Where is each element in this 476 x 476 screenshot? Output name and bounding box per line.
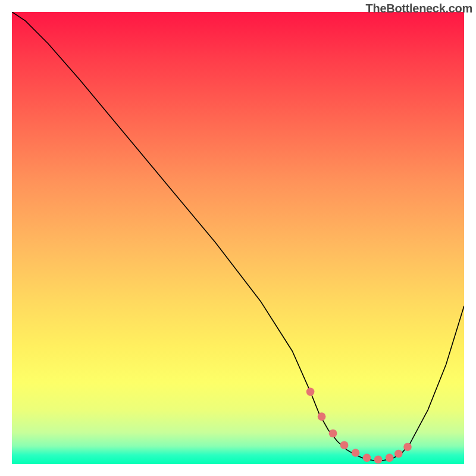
sweet-spot-marker-group <box>306 388 412 464</box>
sweet-spot-marker <box>363 454 371 462</box>
sweet-spot-marker <box>403 443 412 451</box>
sweet-spot-marker <box>318 412 326 421</box>
bottleneck-curve-line <box>12 12 464 461</box>
sweet-spot-marker <box>394 450 403 458</box>
sweet-spot-marker <box>340 441 349 449</box>
sweet-spot-marker <box>352 449 360 457</box>
sweet-spot-marker <box>386 454 394 462</box>
chart-container: TheBottleneck.com <box>0 0 476 476</box>
watermark-text: TheBottleneck.com <box>366 2 472 15</box>
sweet-spot-marker <box>306 388 315 396</box>
chart-plot-svg <box>12 12 464 464</box>
sweet-spot-marker <box>374 456 383 464</box>
sweet-spot-marker <box>329 429 337 437</box>
